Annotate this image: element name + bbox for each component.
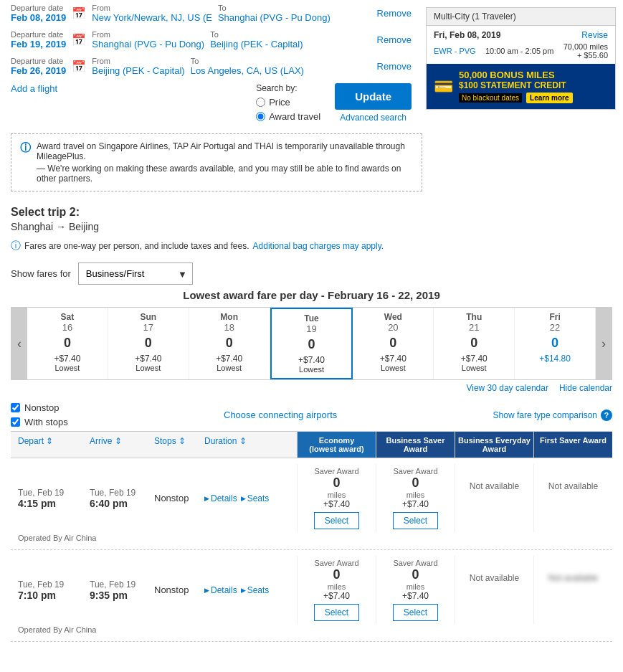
calendar-icon[interactable]: 📅 (72, 60, 86, 73)
operated-by: Operated By Air China (11, 532, 612, 544)
seats-link[interactable]: ▶ Seats (241, 585, 270, 595)
from-label: From (92, 4, 212, 12)
remove-link[interactable]: Remove (377, 8, 412, 19)
with-stops-checkbox[interactable]: With stops (11, 417, 68, 427)
col-stops-header[interactable]: Stops ⇕ (147, 432, 197, 458)
day-price: +$7.40 (275, 355, 349, 365)
col-duration-header[interactable]: Duration ⇕ (197, 432, 262, 458)
calendar-day-2[interactable]: Mon 18 0 +$7.40 Lowest (189, 308, 270, 379)
sidebar-revise-link[interactable]: Revise (581, 30, 608, 40)
select-button[interactable]: Select (314, 512, 359, 529)
from-label: From (92, 57, 184, 65)
col-arrive-header[interactable]: Arrive ⇕ (82, 432, 147, 458)
award-travel-label: Award travel (269, 111, 320, 122)
fare-cell-2: Not available (455, 556, 533, 624)
calendar-day-6[interactable]: Fri 22 0 +$14.80 (515, 308, 596, 379)
fare-cell-0: Saver Award 0 miles +$7.40 Select (297, 464, 376, 532)
day-num: 17 (111, 322, 186, 333)
day-lowest: Lowest (111, 364, 186, 372)
calendar-day-4[interactable]: Wed 20 0 +$7.40 Lowest (353, 308, 434, 379)
learn-more-btn[interactable]: Learn more (526, 93, 572, 103)
hide-calendar-link[interactable]: Hide calendar (559, 383, 612, 393)
arrive-date: Tue, Feb 19 (90, 488, 140, 498)
departure-label: Departure date (11, 30, 66, 39)
award-type: Saver Award (300, 559, 373, 567)
day-num: 18 (192, 322, 267, 333)
day-price: +$14.80 (518, 354, 592, 364)
plus-price: +$7.40 (379, 591, 452, 601)
details-link[interactable]: ▶ Details (204, 585, 237, 595)
not-available: Not available (537, 481, 609, 491)
fare-type-help-icon[interactable]: ? (601, 410, 612, 421)
calendar-day-0[interactable]: Sat 16 0 +$7.40 Lowest (27, 308, 108, 379)
not-available: Not available (458, 481, 531, 491)
from-city[interactable]: Beijing (PEK - Capital) (92, 65, 184, 76)
day-num: 16 (30, 322, 105, 333)
bonus-no-blackout: No blackout dates (459, 93, 522, 103)
calendar-icon[interactable]: 📅 (72, 6, 86, 20)
to-city[interactable]: Shanghai (PVG - Pu Dong) (218, 12, 330, 23)
miles-val: 0 (518, 336, 592, 351)
select-button[interactable]: Select (393, 604, 438, 621)
day-name: Thu (437, 312, 511, 322)
miles-val: 0 (275, 337, 349, 352)
fare-type-comparison-link[interactable]: Show fare type comparison (493, 410, 597, 420)
stops-cell: Nonstop (147, 582, 197, 598)
calendar-prev-btn[interactable]: ‹ (11, 308, 27, 379)
details-link[interactable]: ▶ Details (204, 493, 237, 503)
seats-link[interactable]: ▶ Seats (241, 493, 270, 503)
day-name: Mon (192, 312, 267, 322)
award-travel-radio[interactable]: Award travel (256, 111, 320, 122)
calendar-next-btn[interactable]: › (596, 308, 612, 379)
calendar-day-3[interactable]: Tue 19 0 +$7.40 Lowest (270, 308, 353, 379)
day-lowest: Lowest (275, 365, 349, 374)
fare-col-first-saver: First Saver Award (533, 432, 612, 458)
advanced-search-link[interactable]: Advanced search (340, 113, 406, 123)
calendar-day-1[interactable]: Sun 17 0 +$7.40 Lowest (108, 308, 189, 379)
day-num: 22 (518, 322, 592, 333)
remove-link[interactable]: Remove (377, 61, 412, 72)
depart-time: 7:10 pm (18, 590, 75, 601)
fares-info-icon: ⓘ (11, 240, 21, 252)
from-city[interactable]: Shanghai (PVG - Pu Dong) (92, 39, 204, 49)
col-depart-header[interactable]: Depart ⇕ (11, 432, 82, 458)
choose-airports-link[interactable]: Choose connecting airports (224, 410, 337, 420)
day-num: 19 (275, 323, 349, 334)
day-name: Sat (30, 312, 105, 322)
arrive-time: 6:40 pm (90, 498, 140, 509)
nonstop-checkbox[interactable]: Nonstop (11, 402, 68, 413)
nonstop-label: Nonstop (24, 402, 59, 413)
fare-cell-2: Not available (455, 464, 533, 532)
fare-cell-3: Not available (533, 556, 612, 624)
select-button[interactable]: Select (393, 512, 438, 529)
price-label: Price (269, 97, 290, 108)
view-30-day-link[interactable]: View 30 day calendar (466, 383, 548, 393)
calendar-icon[interactable]: 📅 (72, 33, 86, 47)
day-num: 21 (437, 322, 511, 333)
to-city[interactable]: Beijing (PEK - Capital) (210, 39, 303, 49)
miles-label: miles (300, 582, 373, 591)
day-price: +$7.40 (437, 354, 511, 364)
update-button[interactable]: Update (335, 83, 412, 110)
price-radio[interactable]: Price (256, 97, 320, 108)
add-flight-link[interactable]: Add a flight (11, 83, 57, 94)
day-price: +$7.40 (192, 354, 267, 364)
bag-charges-link[interactable]: Additional bag charges may apply. (253, 241, 384, 251)
day-lowest: Lowest (437, 364, 511, 372)
calendar-day-5[interactable]: Thu 21 0 +$7.40 Lowest (434, 308, 515, 379)
plus-price: +$7.40 (300, 499, 373, 509)
flight-row-1: Departure date Feb 19, 2019 📅 From Shang… (11, 30, 412, 49)
depart-date: Tue, Feb 19 (18, 579, 75, 590)
search-by-label: Search by: (256, 83, 320, 93)
plus-price: +$7.40 (300, 591, 373, 601)
miles-val: 0 (356, 336, 430, 351)
flight-row-0: Departure date Feb 08, 2019 📅 From New Y… (11, 4, 412, 23)
to-city[interactable]: Los Angeles, CA, US (LAX) (191, 65, 304, 76)
from-city[interactable]: New York/Newark, NJ, US (E (92, 12, 212, 23)
select-button[interactable]: Select (314, 604, 359, 621)
stops-cell: Nonstop (147, 490, 197, 506)
show-fares-select[interactable]: Business/First Economy (78, 262, 193, 285)
not-available: Not available (458, 573, 531, 583)
remove-link[interactable]: Remove (377, 34, 412, 45)
fare-col-biz-everyday: Business Everyday Award (455, 432, 533, 458)
